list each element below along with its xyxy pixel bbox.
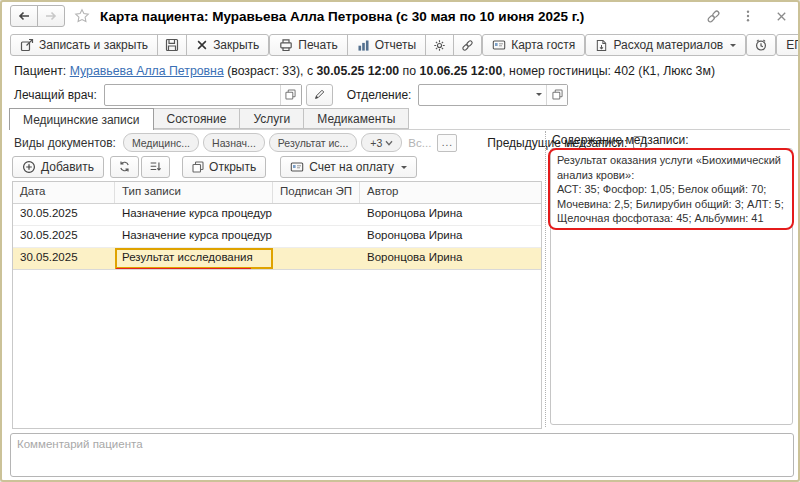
tab-strip: Медицинские записиСостояниеУслугиМедикам…	[10, 108, 409, 130]
doc-types-label: Виды документов:	[14, 136, 116, 150]
patient-label: Пациент:	[14, 64, 70, 78]
invoice-button[interactable]: Счет на оплату	[280, 156, 417, 178]
materials-caret-icon	[730, 44, 736, 50]
cell-signed[interactable]	[273, 226, 360, 247]
egisz-label: ЕГИСЗ	[786, 38, 800, 52]
print-button[interactable]: Печать	[269, 34, 347, 56]
open-icon	[192, 161, 204, 173]
guest-card-button[interactable]: Карта гостя	[482, 34, 585, 56]
reminder-button[interactable]	[746, 34, 776, 56]
cell-record-type[interactable]: Результат исследования	[115, 248, 273, 269]
column-header-type[interactable]: Тип записи	[115, 182, 273, 203]
alarm-clock-icon	[754, 38, 768, 52]
settings-button[interactable]	[425, 34, 454, 56]
open-record-button[interactable]: Открыть	[182, 156, 266, 178]
add-record-button[interactable]: Добавить	[12, 156, 104, 178]
chip-caret-icon	[385, 140, 393, 146]
patient-name-link[interactable]: Муравьева Алла Петровна	[70, 64, 224, 78]
patient-comment-input[interactable]	[10, 433, 794, 477]
doc-type-chip[interactable]: Назнач...	[203, 133, 265, 152]
favorite-star-icon[interactable]	[74, 8, 90, 24]
dropdown-caret-icon	[536, 93, 542, 99]
reports-button[interactable]: Отчеты	[347, 34, 426, 56]
egisz-button[interactable]: ЕГИСЗ	[776, 34, 800, 56]
get-link-icon[interactable]	[706, 9, 721, 24]
stay-date-to: 10.06.25 12:00	[420, 64, 503, 78]
column-header-date[interactable]: Дата	[13, 182, 115, 203]
patient-hotel-segment: , номер гостиницы: 402 (К1, Люкс 3м)	[502, 64, 715, 78]
doctor-edit-button[interactable]	[306, 84, 333, 106]
refresh-button[interactable]	[110, 156, 139, 178]
back-button[interactable]	[10, 5, 38, 27]
record-content-line: Мочевина: 2,5; Билирубин общий: 3; АЛТ: …	[557, 197, 786, 212]
record-content-text[interactable]: Результат оказания услуги «Биохимический…	[550, 148, 793, 425]
department-field-value[interactable]	[419, 85, 530, 105]
sort-button[interactable]	[141, 156, 170, 178]
doc-type-chip[interactable]: Медицинс...	[123, 133, 199, 152]
record-content-label: Содержание медзаписи:	[552, 133, 689, 147]
doctor-field[interactable]	[104, 84, 302, 106]
reports-label: Отчеты	[375, 38, 416, 52]
doc-type-chip[interactable]: +3	[361, 133, 402, 152]
medical-records-table: Дата Тип записи Подписан ЭП Автор 30.05.…	[12, 181, 542, 429]
cell-author[interactable]: Воронцова Ирина	[360, 204, 541, 225]
cell-author[interactable]: Воронцова Ирина	[360, 226, 541, 247]
table-row[interactable]: 30.05.2025 Назначение курса процедур Вор…	[13, 226, 541, 248]
cell-author[interactable]: Воронцова Ирина	[360, 248, 541, 269]
guest-card-label: Карта гостя	[511, 38, 575, 52]
save-button[interactable]	[157, 34, 187, 56]
more-menu-icon[interactable]	[741, 9, 755, 23]
column-header-author[interactable]: Автор	[360, 182, 541, 203]
tab[interactable]: Услуги	[239, 108, 304, 129]
tab[interactable]: Медикаменты	[303, 108, 409, 129]
column-header-signed[interactable]: Подписан ЭП	[273, 182, 360, 203]
forward-icon	[44, 9, 58, 23]
close-window-icon[interactable]	[775, 10, 788, 23]
save-group: Записать и закрыть Закрыть	[10, 34, 269, 56]
doc-type-chip[interactable]: Результат ис...	[269, 133, 358, 152]
doctor-label: Лечащий врач:	[14, 88, 97, 102]
stay-date-from: 30.05.25 12:00	[316, 64, 399, 78]
cell-date[interactable]: 30.05.2025	[13, 204, 115, 225]
tab[interactable]: Состояние	[153, 108, 241, 129]
attachments-button[interactable]	[453, 34, 482, 56]
cell-signed[interactable]	[273, 248, 360, 269]
doctor-field-value[interactable]	[105, 85, 280, 105]
invoice-label: Счет на оплату	[309, 160, 394, 174]
titlebar: Карта пациента: Муравьева Алла Петровна …	[2, 2, 798, 30]
patient-summary: Пациент: Муравьева Алла Петровна (возрас…	[14, 64, 715, 79]
department-field[interactable]	[418, 84, 568, 106]
page-title: Карта пациента: Муравьева Алла Петровна …	[100, 9, 584, 24]
department-choose-button[interactable]	[546, 85, 567, 105]
pencil-icon	[314, 88, 325, 101]
record-content-line: Результат оказания услуги «Биохимический	[557, 153, 786, 168]
forward-button[interactable]	[37, 5, 65, 27]
doctor-choose-button[interactable]	[280, 85, 301, 105]
tab[interactable]: Медицинские записи	[9, 108, 154, 130]
materials-button[interactable]: Расход материалов	[585, 34, 746, 56]
close-button[interactable]: Закрыть	[186, 34, 269, 56]
invoice-card-icon	[290, 160, 304, 174]
materials-label: Расход материалов	[613, 38, 723, 52]
department-label: Отделение:	[347, 88, 412, 102]
open-record-label: Открыть	[209, 160, 256, 174]
toolbar: Записать и закрыть Закрыть Печать Отчеты	[10, 33, 790, 57]
table-row[interactable]: 30.05.2025 Результат исследования Воронц…	[13, 248, 541, 270]
save-and-close-button[interactable]: Записать и закрыть	[10, 34, 158, 56]
cell-date[interactable]: 30.05.2025	[13, 226, 115, 247]
cell-record-type[interactable]: Назначение курса процедур	[115, 204, 273, 225]
guest-card-icon	[492, 38, 506, 52]
department-dropdown-button[interactable]	[530, 85, 546, 105]
record-content-line: Щелочная фосфотаза: 45; Альбумин: 41	[557, 211, 786, 226]
cell-signed[interactable]	[273, 204, 360, 225]
table-row[interactable]: 30.05.2025 Назначение курса процедур Вор…	[13, 204, 541, 226]
record-actions: Добавить Открыть Счет на оплату	[12, 155, 417, 178]
cell-date[interactable]: 30.05.2025	[13, 248, 115, 269]
save-icon	[165, 38, 179, 52]
titlebar-icons	[706, 9, 788, 24]
fields-row: Лечащий врач: Отделение:	[14, 83, 568, 106]
more-filters-button[interactable]: ...	[437, 134, 457, 152]
cell-record-type[interactable]: Назначение курса процедур	[115, 226, 273, 247]
panel-splitter[interactable]	[545, 131, 546, 427]
gear-icon	[433, 39, 446, 52]
